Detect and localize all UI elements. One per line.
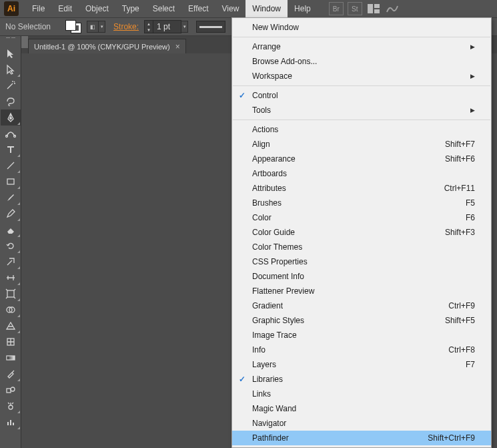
menu-window[interactable]: Window [245, 0, 288, 17]
gradient-tool[interactable] [1, 350, 21, 366]
free-transform-tool[interactable] [1, 286, 21, 302]
stroke-weight-dropdown[interactable]: ▾ [181, 21, 188, 33]
fill-swatch[interactable] [65, 20, 76, 31]
menu-object[interactable]: Object [79, 0, 115, 17]
pencil-tool[interactable] [1, 206, 21, 222]
menu-item-label: Color Guide [252, 228, 445, 237]
menu-item-shortcut: Shift+Ctrl+F9 [428, 433, 475, 443]
menu-item-links[interactable]: Links [232, 387, 491, 401]
menu-item-shortcut: Ctrl+F11 [444, 184, 475, 193]
menu-select[interactable]: Select [146, 0, 181, 17]
magic-wand-tool[interactable] [1, 77, 21, 93]
stroke-weight-up[interactable]: ▲ [145, 21, 153, 27]
menu-item-css-properties[interactable]: CSS Properties [232, 254, 491, 269]
color-mode-button[interactable]: ◧ [87, 21, 99, 33]
bridge-icon[interactable]: Br [329, 2, 344, 15]
menu-item-align[interactable]: AlignShift+F7 [232, 137, 491, 152]
curvature-tool[interactable] [1, 126, 21, 142]
menu-item-pathfinder[interactable]: PathfinderShift+Ctrl+F9 [232, 431, 491, 445]
menu-item-navigator[interactable]: Navigator [232, 416, 491, 431]
type-tool[interactable] [1, 142, 21, 158]
blend-tool[interactable] [1, 382, 21, 398]
brush-definition[interactable] [196, 21, 225, 33]
direct-selection-tool[interactable] [1, 61, 21, 77]
menu-item-graphic-styles[interactable]: Graphic StylesShift+F5 [232, 313, 491, 328]
eyedropper-tool[interactable] [1, 366, 21, 382]
color-mode-dropdown[interactable]: ▾ [99, 21, 105, 33]
menu-item-label: Libraries [252, 375, 475, 384]
eraser-tool[interactable] [1, 222, 21, 238]
menu-item-attributes[interactable]: AttributesCtrl+F11 [232, 181, 491, 196]
rotate-tool[interactable] [1, 238, 21, 254]
stroke-weight-input[interactable]: 1 pt [153, 20, 181, 33]
menu-help[interactable]: Help [288, 0, 318, 17]
document-tab[interactable]: Untitled-1 @ 100% (CMYK/GPU Preview) × [28, 39, 186, 53]
menu-item-label: Graphic Styles [252, 316, 445, 325]
menu-item-label: Document Info [252, 272, 475, 281]
menu-item-label: Flattener Preview [252, 286, 475, 296]
scale-tool[interactable] [1, 254, 21, 270]
menu-item-control[interactable]: Control [232, 88, 491, 103]
menu-item-label: Color Themes [252, 242, 475, 252]
menu-item-image-trace[interactable]: Image Trace [232, 328, 491, 343]
menu-item-shortcut: F7 [466, 360, 475, 369]
pen-tool[interactable] [1, 109, 21, 126]
menu-item-label: Magic Wand [252, 404, 475, 413]
menu-item-browse-add-ons[interactable]: Browse Add-ons... [232, 54, 491, 69]
tools-panel [0, 36, 21, 448]
symbol-sprayer-tool[interactable] [1, 398, 21, 414]
menu-item-appearance[interactable]: AppearanceShift+F6 [232, 152, 491, 166]
menu-item-workspace[interactable]: Workspace▶ [232, 69, 491, 83]
menu-item-label: Actions [252, 125, 475, 134]
menu-file[interactable]: File [25, 0, 51, 17]
menu-item-document-info[interactable]: Document Info [232, 269, 491, 284]
tools-panel-grip[interactable] [0, 37, 21, 43]
perspective-grid-tool[interactable] [1, 318, 21, 334]
stroke-label[interactable]: Stroke: [113, 22, 139, 31]
svg-rect-0 [368, 4, 373, 13]
menu-item-gradient[interactable]: GradientCtrl+F9 [232, 298, 491, 313]
menu-view[interactable]: View [215, 0, 246, 17]
arrange-documents-icon[interactable] [366, 2, 381, 15]
menu-item-label: Pathfinder [252, 433, 428, 443]
stock-icon[interactable]: St [348, 2, 362, 15]
menu-item-color-themes[interactable]: Color Themes [232, 240, 491, 254]
menu-item-new-window[interactable]: New Window [232, 20, 491, 35]
close-tab-icon[interactable]: × [175, 42, 180, 51]
menu-item-flattener-preview[interactable]: Flattener Preview [232, 284, 491, 298]
menu-item-brushes[interactable]: BrushesF5 [232, 196, 491, 210]
menu-item-label: Navigator [252, 419, 475, 428]
menu-item-layers[interactable]: LayersF7 [232, 357, 491, 372]
menu-item-label: Control [252, 91, 475, 100]
width-tool[interactable] [1, 270, 21, 286]
fill-stroke-swatch[interactable] [65, 20, 83, 33]
menu-item-libraries[interactable]: Libraries [232, 372, 491, 387]
stroke-weight-field[interactable]: ▲ ▼ 1 pt ▾ [144, 20, 188, 33]
stroke-weight-down[interactable]: ▼ [145, 27, 153, 33]
selection-tool[interactable] [1, 45, 21, 61]
menu-item-magic-wand[interactable]: Magic Wand [232, 401, 491, 416]
gpu-performance-icon[interactable] [385, 2, 400, 15]
menu-item-color[interactable]: ColorF6 [232, 210, 491, 225]
lasso-tool[interactable] [1, 93, 21, 109]
selection-status: No Selection [5, 22, 51, 31]
panel-grip[interactable] [21, 36, 28, 48]
menu-item-label: Links [252, 389, 475, 399]
line-tool[interactable] [1, 158, 21, 174]
mesh-tool[interactable] [1, 334, 21, 350]
menu-item-color-guide[interactable]: Color GuideShift+F3 [232, 225, 491, 240]
menu-separator [233, 85, 490, 86]
shape-builder-tool[interactable] [1, 302, 21, 318]
menu-item-info[interactable]: InfoCtrl+F8 [232, 343, 491, 357]
paintbrush-tool[interactable] [1, 190, 21, 206]
menu-effect[interactable]: Effect [181, 0, 215, 17]
menu-item-artboards[interactable]: Artboards [232, 166, 491, 181]
menu-item-tools[interactable]: Tools▶ [232, 103, 491, 118]
menu-edit[interactable]: Edit [51, 0, 79, 17]
menu-item-arrange[interactable]: Arrange▶ [232, 39, 491, 54]
window-menu-dropdown: New WindowArrange▶Browse Add-ons...Works… [231, 17, 492, 448]
rectangle-tool[interactable] [1, 174, 21, 190]
column-graph-tool[interactable] [1, 414, 21, 430]
menu-item-actions[interactable]: Actions [232, 122, 491, 137]
menu-type[interactable]: Type [115, 0, 146, 17]
